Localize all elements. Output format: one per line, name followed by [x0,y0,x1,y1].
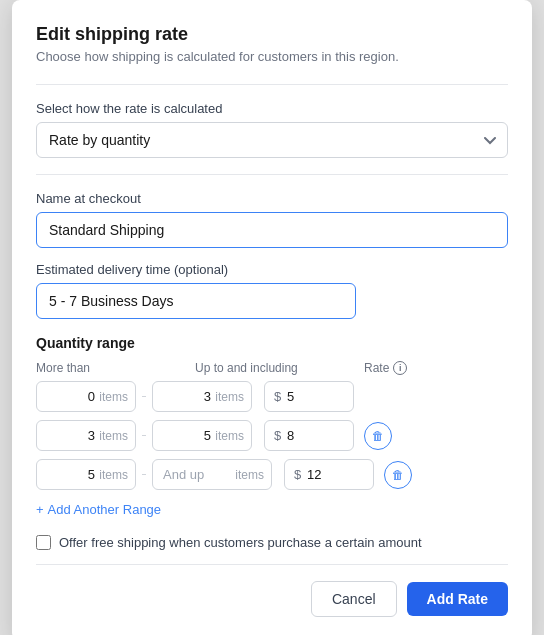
more-than-input-1[interactable] [36,381,136,412]
header-more-than: More than [36,361,191,375]
up-to-input-2[interactable] [152,420,252,451]
free-shipping-label: Offer free shipping when customers purch… [59,535,422,550]
add-another-range-button[interactable]: + Add Another Range [36,498,161,521]
separator-3 [142,474,146,475]
up-to-cell-1: items [152,381,252,412]
rate-info-icon[interactable]: i [393,361,407,375]
separator-2 [142,435,146,436]
header-rate: Rate i [364,361,407,375]
range-headers: More than Up to and including Rate i [36,361,508,375]
add-range-label: Add Another Range [48,502,161,517]
table-row: items items $ 🗑 [36,459,508,490]
delete-placeholder-1 [364,383,392,411]
free-shipping-row: Offer free shipping when customers purch… [36,535,508,550]
free-shipping-checkbox[interactable] [36,535,51,550]
edit-shipping-modal: Edit shipping rate Choose how shipping i… [12,0,532,635]
rate-cell-2: $ [264,420,354,451]
table-row: items items $ 🗑 [36,420,508,451]
cancel-button[interactable]: Cancel [311,581,397,617]
name-at-checkout-input[interactable] [36,212,508,248]
modal-footer: Cancel Add Rate [36,564,508,617]
rate-method-label: Select how the rate is calculated [36,101,508,116]
delete-row-button-3[interactable]: 🗑 [384,461,412,489]
modal-subtitle: Choose how shipping is calculated for cu… [36,49,508,64]
modal-title: Edit shipping rate [36,24,508,45]
rate-cell-3: $ [284,459,374,490]
rate-method-select-wrapper: Rate by quantity Rate by weight Rate by … [36,122,508,158]
table-row: items items $ [36,381,508,412]
more-than-input-3[interactable] [36,459,136,490]
delivery-time-input[interactable] [36,283,356,319]
rate-input-2[interactable] [264,420,354,451]
rate-input-3[interactable] [284,459,374,490]
up-to-input-1[interactable] [152,381,252,412]
header-up-to: Up to and including [195,361,360,375]
plus-icon: + [36,502,44,517]
trash-icon-2: 🗑 [372,429,384,443]
rate-method-select[interactable]: Rate by quantity Rate by weight Rate by … [36,122,508,158]
more-than-input-2[interactable] [36,420,136,451]
up-to-cell-3: items [152,459,272,490]
name-at-checkout-label: Name at checkout [36,191,508,206]
delete-row-button-2[interactable]: 🗑 [364,422,392,450]
add-rate-button[interactable]: Add Rate [407,582,508,616]
divider-1 [36,84,508,85]
more-than-cell-1: items [36,381,136,412]
up-to-input-3 [152,459,272,490]
more-than-cell-2: items [36,420,136,451]
delivery-time-label: Estimated delivery time (optional) [36,262,508,277]
trash-icon-3: 🗑 [392,468,404,482]
separator-1 [142,396,146,397]
up-to-cell-2: items [152,420,252,451]
more-than-cell-3: items [36,459,136,490]
quantity-range-title: Quantity range [36,335,508,351]
rate-input-1[interactable] [264,381,354,412]
divider-2 [36,174,508,175]
rate-cell-1: $ [264,381,354,412]
